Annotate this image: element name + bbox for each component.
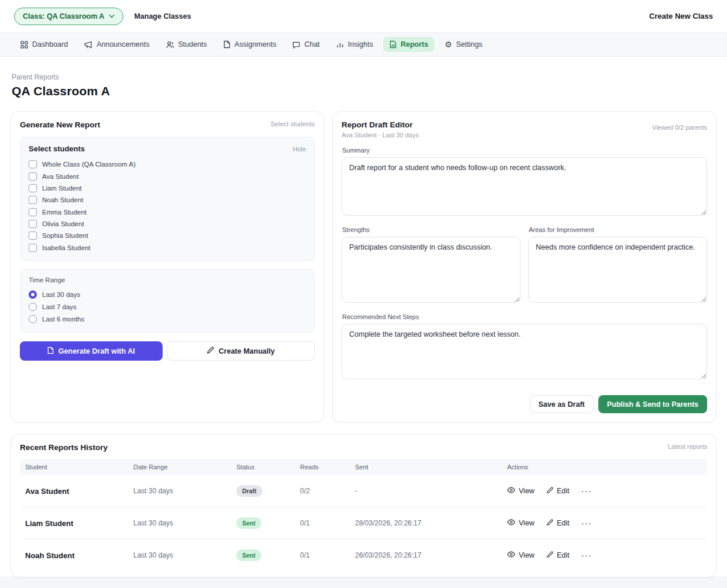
view-label: View — [519, 487, 535, 495]
save-as-draft-button[interactable]: Save as Draft — [530, 395, 594, 413]
edit-label: Edit — [557, 551, 570, 559]
recent-reports-history-card: Recent Reports History Latest reports St… — [11, 434, 716, 577]
cell-date-range: Last 30 days — [133, 551, 236, 559]
status-badge: Sent — [236, 517, 261, 529]
generate-card-title: Generate New Report — [20, 120, 100, 129]
people-icon — [166, 41, 174, 49]
tab-settings[interactable]: ⚙ Settings — [438, 37, 489, 52]
more-actions-button[interactable]: ··· — [581, 521, 591, 525]
radio-label: Last 6 months — [42, 316, 84, 323]
checkbox[interactable] — [29, 220, 37, 228]
tab-label: Insights — [348, 40, 373, 49]
hide-students-link[interactable]: Hide — [292, 146, 306, 153]
cell-sent: 26/03/2026, 20:26:17 — [355, 551, 507, 559]
chat-bubble-icon — [292, 41, 300, 49]
create-manually-button[interactable]: Create Manually — [167, 341, 315, 361]
checkbox[interactable] — [29, 184, 37, 192]
student-checkbox-row-liam[interactable]: Liam Student — [29, 182, 306, 194]
edit-button[interactable]: Edit — [546, 551, 570, 560]
radio[interactable] — [29, 303, 37, 311]
next-steps-label: Recommended Next Steps — [342, 313, 707, 320]
button-label: Create Manually — [219, 347, 275, 355]
cell-student: Noah Student — [25, 551, 133, 560]
checkbox-label: Whole Class (QA Classroom A) — [42, 161, 136, 168]
improvement-textarea[interactable]: Needs more confidence on independent pra… — [528, 237, 707, 303]
student-checkbox-row-sophia[interactable]: Sophia Student — [29, 230, 306, 241]
checkbox-label: Ava Student — [42, 173, 78, 180]
tab-label: Students — [178, 40, 207, 49]
view-label: View — [519, 551, 535, 559]
history-card-title: Recent Reports History — [20, 443, 108, 452]
pencil-icon — [546, 519, 553, 528]
table-row-ava: Ava Student Last 30 days Draft 0/2 - Vie… — [20, 475, 707, 507]
student-checkbox-row-noah[interactable]: Noah Student — [29, 194, 306, 206]
column-header-date-range: Date Range — [133, 464, 236, 471]
checkbox[interactable] — [29, 208, 37, 216]
generate-draft-ai-button[interactable]: Generate Draft with AI — [20, 341, 163, 361]
create-new-class-link[interactable]: Create New Class — [649, 12, 713, 20]
tab-assignments[interactable]: Assignments — [217, 37, 283, 52]
tab-dashboard[interactable]: Dashboard — [14, 37, 74, 52]
eye-icon — [507, 551, 515, 559]
reports-table-header: Student Date Range Status Reads Sent Act… — [20, 459, 707, 475]
checkbox-label: Olivia Student — [42, 220, 84, 227]
more-actions-button[interactable]: ··· — [581, 489, 591, 493]
dashboard-grid-icon — [20, 41, 28, 49]
view-button[interactable]: View — [507, 551, 535, 559]
column-header-sent: Sent — [355, 464, 507, 471]
summary-textarea[interactable]: Draft report for a student who needs fol… — [342, 157, 707, 216]
checkbox[interactable] — [29, 172, 37, 181]
bar-chart-icon — [336, 41, 344, 49]
gear-icon: ⚙ — [445, 40, 452, 49]
edit-button[interactable]: Edit — [546, 487, 570, 496]
viewed-parents-label: Viewed 0/2 parents — [652, 124, 707, 131]
pencil-icon — [546, 551, 553, 560]
tab-students[interactable]: Students — [160, 37, 213, 52]
time-range-option-7-days[interactable]: Last 7 days — [29, 300, 306, 313]
class-selector-dropdown[interactable]: Class: QA Classroom A — [14, 8, 123, 25]
generate-report-card: Generate New Report Select students Sele… — [11, 111, 324, 423]
top-bar: Class: QA Classroom A Manage Classes Cre… — [0, 0, 727, 33]
edit-button[interactable]: Edit — [546, 519, 570, 528]
student-checkbox-row-olivia[interactable]: Olivia Student — [29, 218, 306, 230]
status-badge: Sent — [236, 549, 261, 561]
strengths-textarea[interactable]: Participates consistently in class discu… — [342, 237, 521, 303]
tab-label: Assignments — [235, 40, 277, 49]
time-range-option-6-months[interactable]: Last 6 months — [29, 313, 306, 325]
checkbox[interactable] — [29, 244, 37, 252]
cell-reads: 0/1 — [300, 519, 355, 527]
page-title: QA Classroom A — [12, 84, 716, 98]
radio-label: Last 7 days — [42, 303, 77, 310]
time-range-option-30-days[interactable]: Last 30 days — [29, 288, 306, 300]
checkbox[interactable] — [29, 196, 37, 204]
class-nav-tabs: Dashboard Announcements Students Assignm… — [0, 33, 727, 57]
tab-insights[interactable]: Insights — [330, 37, 380, 52]
checkbox[interactable] — [29, 231, 37, 240]
radio-label: Last 30 days — [42, 291, 80, 298]
radio-selected[interactable] — [29, 290, 37, 299]
radio[interactable] — [29, 315, 37, 323]
pencil-icon — [206, 347, 214, 356]
view-button[interactable]: View — [507, 487, 535, 495]
student-checkbox-row-emma[interactable]: Emma Student — [29, 206, 306, 218]
class-selector-label: Class: QA Classroom A — [23, 12, 104, 20]
tab-announcements[interactable]: Announcements — [78, 37, 156, 52]
megaphone-icon — [84, 41, 92, 49]
main-content: Parent Reports QA Classroom A Generate N… — [0, 57, 727, 576]
manage-classes-link[interactable]: Manage Classes — [134, 12, 191, 20]
generate-card-subtitle: Select students — [271, 120, 315, 127]
tab-chat[interactable]: Chat — [286, 37, 326, 52]
student-checkbox-row-whole-class[interactable]: Whole Class (QA Classroom A) — [29, 158, 306, 170]
tab-reports[interactable]: Reports — [383, 37, 435, 52]
view-button[interactable]: View — [507, 519, 535, 527]
status-badge: Draft — [236, 485, 263, 497]
student-checkbox-row-isabella[interactable]: Isabella Student — [29, 242, 306, 254]
student-checkbox-row-ava[interactable]: Ava Student — [29, 170, 306, 182]
cell-sent: - — [355, 487, 507, 495]
next-steps-textarea[interactable]: Complete the targeted worksheet before n… — [342, 324, 707, 379]
checkbox[interactable] — [29, 160, 37, 168]
publish-send-button[interactable]: Publish & Send to Parents — [598, 395, 707, 413]
select-students-title: Select students — [29, 144, 85, 153]
cell-reads: 0/1 — [300, 551, 355, 559]
more-actions-button[interactable]: ··· — [581, 554, 591, 557]
